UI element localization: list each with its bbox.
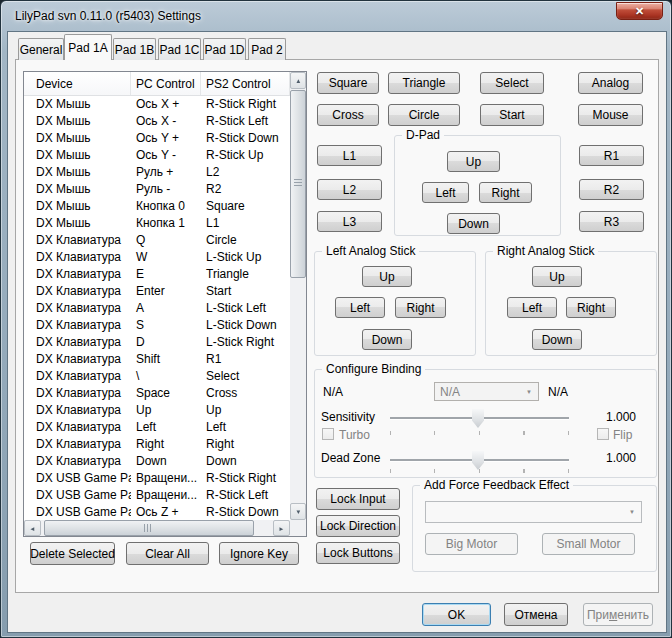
- scroll-up-button[interactable]: ▲: [290, 72, 306, 89]
- column-header-pc-control[interactable]: PC Control: [131, 72, 201, 95]
- right-stick-up-button[interactable]: Up: [532, 266, 582, 287]
- table-cell: E: [131, 266, 201, 283]
- table-row[interactable]: DX МышьРуль +L2: [24, 164, 290, 181]
- binding-combobox[interactable]: N/A ▼: [434, 382, 539, 401]
- table-cell: Enter: [131, 283, 201, 300]
- table-row[interactable]: DX МышьОсь Y -R-Stick Up: [24, 147, 290, 164]
- table-row[interactable]: DX МышьКнопка 0Square: [24, 198, 290, 215]
- l1-button[interactable]: L1: [317, 145, 382, 166]
- dpad-left-button[interactable]: Left: [422, 182, 469, 203]
- table-row[interactable]: DX КлавиатураEnterStart: [24, 283, 290, 300]
- right-arrow-icon: ►: [278, 525, 284, 531]
- force-feedback-combobox[interactable]: ▼: [425, 501, 642, 523]
- apply-button[interactable]: Применить: [583, 603, 653, 626]
- r1-button[interactable]: R1: [579, 145, 644, 166]
- left-stick-left-button[interactable]: Left: [335, 297, 385, 318]
- ignore-key-button[interactable]: Ignore Key: [219, 542, 299, 565]
- r3-button[interactable]: R3: [579, 211, 644, 232]
- table-row[interactable]: DX USB Game PadВращени...R-Stick Left: [24, 487, 290, 504]
- table-row[interactable]: DX USB Game PadВращени...R-Stick Right: [24, 470, 290, 487]
- table-row[interactable]: DX КлавиатураUpUp: [24, 402, 290, 419]
- table-row[interactable]: DX КлавиатураDownDown: [24, 453, 290, 470]
- scrollbar-corner: [290, 520, 306, 536]
- table-row[interactable]: DX МышьОсь X -R-Stick Left: [24, 113, 290, 130]
- table-row[interactable]: DX КлавиатураWL-Stick Up: [24, 249, 290, 266]
- start-button[interactable]: Start: [480, 104, 544, 126]
- lock-input-button[interactable]: Lock Input: [316, 488, 400, 510]
- table-row[interactable]: DX КлавиатураSpaceCross: [24, 385, 290, 402]
- cancel-button[interactable]: Отмена: [504, 603, 568, 626]
- ok-button[interactable]: OK: [422, 603, 491, 626]
- dpad-up-button[interactable]: Up: [447, 151, 500, 172]
- table-row[interactable]: DX КлавиатураDL-Stick Right: [24, 334, 290, 351]
- table-cell: Вращени...: [131, 470, 201, 487]
- table-row[interactable]: DX КлавиатураETriangle: [24, 266, 290, 283]
- left-stick-up-button[interactable]: Up: [362, 266, 412, 287]
- table-cell: L-Stick Left: [201, 300, 290, 317]
- l3-button[interactable]: L3: [317, 211, 382, 232]
- horizontal-scrollbar[interactable]: ◄ ►: [24, 520, 290, 536]
- turbo-checkbox-label: Turbo: [339, 428, 370, 442]
- dpad-down-button[interactable]: Down: [447, 213, 500, 234]
- table-row[interactable]: DX КлавиатураShiftR1: [24, 351, 290, 368]
- left-stick-right-button[interactable]: Right: [395, 297, 446, 318]
- left-analog-stick-title: Left Analog Stick: [322, 244, 419, 258]
- left-stick-down-button[interactable]: Down: [362, 329, 412, 350]
- l2-button[interactable]: L2: [317, 179, 382, 200]
- right-stick-left-button[interactable]: Left: [507, 297, 557, 318]
- table-row[interactable]: DX КлавиатураLeftLeft: [24, 419, 290, 436]
- table-cell: L1: [201, 215, 290, 232]
- vertical-scrollbar[interactable]: ▲ ▼: [290, 72, 306, 520]
- scroll-down-button[interactable]: ▼: [290, 503, 306, 520]
- turbo-checkbox[interactable]: [322, 428, 334, 440]
- force-feedback-title: Add Force Feedback Effect: [420, 478, 573, 492]
- table-row[interactable]: DX USB Game PadОсь Z +R-Stick Down: [24, 504, 290, 520]
- table-row[interactable]: DX Клавиатура\Select: [24, 368, 290, 385]
- cross-button[interactable]: Cross: [317, 104, 379, 126]
- scroll-left-button[interactable]: ◄: [24, 520, 41, 536]
- table-row[interactable]: DX МышьРуль -R2: [24, 181, 290, 198]
- flip-checkbox[interactable]: [597, 428, 609, 440]
- dpad-right-button[interactable]: Right: [479, 182, 532, 203]
- tab-pad-2[interactable]: Pad 2: [248, 38, 286, 60]
- table-row[interactable]: DX КлавиатураSL-Stick Down: [24, 317, 290, 334]
- tab-general[interactable]: General: [18, 38, 64, 60]
- horizontal-scrollbar-thumb[interactable]: [44, 520, 254, 536]
- column-header-ps2-control[interactable]: PS2 Control: [201, 72, 290, 95]
- column-header-device[interactable]: Device: [24, 72, 131, 95]
- table-row[interactable]: DX МышьОсь Y +R-Stick Down: [24, 130, 290, 147]
- analog-button[interactable]: Analog: [578, 72, 643, 94]
- circle-button[interactable]: Circle: [388, 104, 460, 126]
- right-stick-down-button[interactable]: Down: [532, 329, 582, 350]
- lock-buttons-button[interactable]: Lock Buttons: [316, 542, 400, 564]
- table-cell: Up: [201, 402, 290, 419]
- table-cell: DX Мышь: [24, 198, 131, 215]
- close-button[interactable]: ✕: [616, 2, 663, 20]
- square-button[interactable]: Square: [317, 72, 379, 94]
- tab-pad-1a[interactable]: Pad 1A: [64, 34, 112, 60]
- vertical-scrollbar-thumb[interactable]: [290, 90, 306, 278]
- right-stick-right-button[interactable]: Right: [566, 297, 616, 318]
- lock-direction-button[interactable]: Lock Direction: [316, 515, 400, 537]
- table-cell: A: [131, 300, 201, 317]
- table-row[interactable]: DX МышьОсь X +R-Stick Right: [24, 96, 290, 113]
- table-cell: Circle: [201, 232, 290, 249]
- mouse-button[interactable]: Mouse: [578, 104, 643, 126]
- clear-all-button[interactable]: Clear All: [126, 542, 209, 565]
- table-row[interactable]: DX МышьКнопка 1L1: [24, 215, 290, 232]
- small-motor-button[interactable]: Small Motor: [542, 533, 635, 555]
- tab-pad-1b[interactable]: Pad 1B: [113, 38, 156, 60]
- r2-button[interactable]: R2: [579, 179, 644, 200]
- tab-pad-1c[interactable]: Pad 1C: [158, 38, 201, 60]
- bindings-list[interactable]: Device PC Control PS2 Control DX МышьОсь…: [23, 71, 307, 537]
- table-row[interactable]: DX КлавиатураAL-Stick Left: [24, 300, 290, 317]
- big-motor-button[interactable]: Big Motor: [425, 533, 518, 555]
- table-row[interactable]: DX КлавиатураRightRight: [24, 436, 290, 453]
- table-row[interactable]: DX КлавиатураQCircle: [24, 232, 290, 249]
- delete-selected-button[interactable]: Delete Selected: [30, 542, 115, 565]
- table-cell: R-Stick Left: [201, 113, 290, 130]
- triangle-button[interactable]: Triangle: [388, 72, 460, 94]
- select-button[interactable]: Select: [480, 72, 544, 94]
- tab-pad-1d[interactable]: Pad 1D: [203, 38, 246, 60]
- scroll-right-button[interactable]: ►: [273, 520, 290, 536]
